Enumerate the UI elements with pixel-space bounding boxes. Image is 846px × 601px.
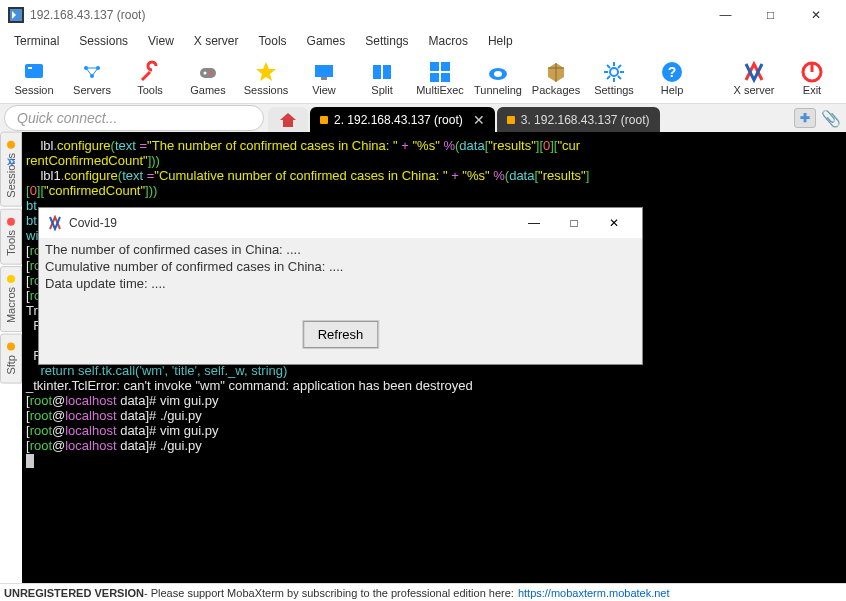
svg-rect-12 (315, 65, 333, 77)
menu-help[interactable]: Help (478, 32, 523, 50)
menu-terminal[interactable]: Terminal (4, 32, 69, 50)
menu-macros[interactable]: Macros (419, 32, 478, 50)
popup-minimize-button[interactable]: — (514, 209, 554, 237)
menu-sessions[interactable]: Sessions (69, 32, 138, 50)
toolbar-games[interactable]: Games (180, 53, 236, 103)
sidetab-tools[interactable]: Tools (0, 209, 22, 265)
terminal-icon (507, 116, 515, 124)
terminal-line: rentConfirmedCount"])) (26, 153, 842, 168)
toolbar-exit[interactable]: Exit (784, 53, 840, 103)
tab-close-icon[interactable]: ✕ (473, 112, 485, 128)
toolbar-split[interactable]: Split (354, 53, 410, 103)
svg-line-27 (607, 65, 610, 68)
terminal-line: lbl1.configure(text ="Cumulative number … (26, 168, 842, 183)
toolbar-label: Sessions (244, 84, 289, 96)
toolbar-view[interactable]: View (296, 53, 352, 103)
quick-connect-input[interactable]: Quick connect... (4, 105, 264, 131)
close-button[interactable]: ✕ (793, 0, 838, 30)
tunneling-icon (486, 60, 510, 84)
menu-tools[interactable]: Tools (249, 32, 297, 50)
toolbar-sessions[interactable]: Sessions (238, 53, 294, 103)
tab-session-3[interactable]: 3. 192.168.43.137 (root) (497, 107, 660, 132)
toolbar-help[interactable]: ?Help (644, 53, 700, 103)
home-icon (280, 113, 296, 127)
maximize-button[interactable]: □ (748, 0, 793, 30)
toolbar-label: Help (661, 84, 684, 96)
popup-maximize-button[interactable]: □ (554, 209, 594, 237)
app-logo-icon (8, 7, 24, 23)
svg-rect-8 (200, 68, 216, 78)
sessions-icon (254, 60, 278, 84)
view-icon (312, 60, 336, 84)
svg-point-10 (210, 71, 213, 74)
toolbar-packages[interactable]: Packages (528, 53, 584, 103)
minimize-button[interactable]: — (703, 0, 748, 30)
popup-line3: Data update time: .... (45, 276, 636, 291)
games-icon (196, 60, 220, 84)
tab-label: 2. 192.168.43.137 (root) (334, 113, 463, 127)
svg-text:?: ? (668, 64, 677, 80)
toolbar-label: Tunneling (474, 84, 522, 96)
svg-rect-17 (441, 62, 450, 71)
quick-connect-placeholder: Quick connect... (17, 110, 117, 126)
svg-point-21 (494, 71, 502, 77)
toolbar-label: Session (14, 84, 53, 96)
popup-close-button[interactable]: ✕ (594, 209, 634, 237)
sidetab-sftp[interactable]: Sftp (0, 334, 22, 384)
terminal-line: lbl.configure(text ="The number of confi… (26, 138, 842, 153)
toolbar-servers[interactable]: Servers (64, 53, 120, 103)
servers-icon (80, 60, 104, 84)
popup-title: Covid-19 (69, 216, 514, 230)
chevron-right-icon: » (7, 152, 16, 170)
toolbar-label: Packages (532, 84, 580, 96)
toolbar-tools[interactable]: Tools (122, 53, 178, 103)
status-bar: UNREGISTERED VERSION - Please support Mo… (0, 583, 846, 601)
sidetab-label: Sftp (5, 355, 17, 375)
menu-settings[interactable]: Settings (355, 32, 418, 50)
svg-rect-4 (28, 67, 32, 69)
toolbar-x server[interactable]: X server (726, 53, 782, 103)
menu-view[interactable]: View (138, 32, 184, 50)
attach-button[interactable]: 📎 (820, 108, 842, 128)
sidetab-label: Macros (5, 287, 17, 323)
svg-rect-13 (321, 77, 327, 80)
toolbar: SessionServersToolsGamesSessionsViewSpli… (0, 52, 846, 104)
titlebar: 192.168.43.137 (root) — □ ✕ (0, 0, 846, 30)
toolbar-label: MultiExec (416, 84, 464, 96)
plus-icon: ✚ (800, 111, 810, 125)
tab-row: Quick connect... 2. 192.168.43.137 (root… (0, 104, 846, 132)
help-icon: ? (660, 60, 684, 84)
toolbar-tunneling[interactable]: Tunneling (470, 53, 526, 103)
tab-home[interactable] (268, 107, 308, 132)
toolbar-label: Games (190, 84, 225, 96)
sidetab-dot-icon (7, 141, 15, 149)
popup-titlebar[interactable]: Covid-19 — □ ✕ (39, 208, 642, 238)
sidetab-macros[interactable]: Macros (0, 266, 22, 332)
terminal-line: return self.tk.call('wm', 'title', self.… (26, 363, 842, 378)
status-link[interactable]: https://mobaxterm.mobatek.net (518, 587, 670, 599)
session-icon (22, 60, 46, 84)
settings-icon (602, 60, 626, 84)
menu-x-server[interactable]: X server (184, 32, 249, 50)
toolbar-label: Settings (594, 84, 634, 96)
toolbar-label: Tools (137, 84, 163, 96)
expand-sidebar-button[interactable]: » (0, 150, 22, 172)
terminal-line: _tkinter.TclError: can't invoke "wm" com… (26, 378, 842, 393)
menu-games[interactable]: Games (297, 32, 356, 50)
toolbar-multiexec[interactable]: MultiExec (412, 53, 468, 103)
window-title: 192.168.43.137 (root) (30, 8, 703, 22)
terminal-icon (320, 116, 328, 124)
terminal-line: [root@localhost data]# vim gui.py (26, 423, 842, 438)
toolbar-label: Exit (803, 84, 821, 96)
svg-rect-15 (383, 65, 391, 79)
split-icon (370, 60, 394, 84)
sidetab-dot-icon (7, 275, 15, 283)
refresh-button[interactable]: Refresh (303, 321, 379, 348)
toolbar-settings[interactable]: Settings (586, 53, 642, 103)
toolbar-label: Split (371, 84, 392, 96)
status-prefix: UNREGISTERED VERSION (4, 587, 144, 599)
toolbar-session[interactable]: Session (6, 53, 62, 103)
covid-popup-window: Covid-19 — □ ✕ The number of confirmed c… (38, 207, 643, 365)
tab-session-2[interactable]: 2. 192.168.43.137 (root) ✕ (310, 107, 495, 132)
new-tab-button[interactable]: ✚ (794, 108, 816, 128)
